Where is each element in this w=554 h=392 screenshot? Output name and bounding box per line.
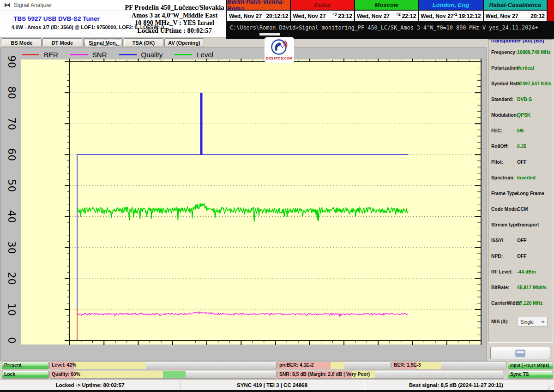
field-npd: NPD:OFF: [491, 254, 551, 260]
terminal-cursor: [259, 33, 280, 36]
clock-utc-offset: -1: [454, 12, 458, 17]
header-panel: Signal Analyzer TBS 5927 USB DVB-S2 Tune…: [0, 0, 226, 38]
mis-dropdown[interactable]: Single: [517, 317, 548, 327]
level-bar: Level: 42%: [49, 362, 277, 369]
save-log-button[interactable]: [490, 347, 550, 359]
chevron-down-icon: [541, 321, 545, 323]
clock-rabat-casablanca: Rabat-CasablancaWed, Nov 2720:12: [484, 0, 548, 21]
terminal-command: C:\Users\Roman Dávid>Signal monitoring_P…: [230, 24, 538, 31]
field-standard: Standard:DVB-S: [491, 97, 551, 103]
dish-header-line: Amos 3 at 4,0°W_Middle East: [121, 12, 228, 19]
clock-time-row: Wed, Nov 27-119:12:12: [419, 11, 482, 21]
window-bottom-edge: [0, 390, 554, 392]
tab-av-opening[interactable]: AV (Opening): [164, 38, 204, 47]
clock-utc-offset: +3: [332, 12, 337, 17]
field-label: Stream type:: [491, 222, 520, 227]
signal-analyzer-window: Signal Analyzer TBS 5927 USB DVB-S2 Tune…: [0, 0, 554, 392]
status-bar: Locked -> Uptime: 80:02:57SYNC 419 | TEI…: [0, 380, 554, 390]
clock-date-label: Wed, Nov 27: [293, 13, 331, 19]
field-issyi: ISSYIOFF: [491, 238, 551, 244]
field-label: Frame Type:: [491, 191, 519, 196]
y-axis-label-50: 50: [6, 179, 18, 192]
field-frequency: Frequency:10889,749 MHz: [491, 50, 551, 56]
field-value: Vertical: [517, 65, 534, 71]
clock-city-label: Dubai: [291, 0, 354, 11]
tuner-name: TBS 5927 USB DVB-S2 Tuner: [0, 15, 113, 22]
syncts-bar: Sync TS: [508, 371, 553, 379]
clock-time-row: Wed, Nov 27+222:12: [355, 11, 418, 21]
y-axis-label-60: 60: [6, 148, 18, 161]
quality-bar: Quality: 60%: [49, 371, 277, 379]
field-label: Spectrum:: [491, 175, 515, 180]
satellite-dish-icon: [4, 2, 11, 8]
bar-label: preBER: 4,1E-2: [279, 362, 313, 368]
field-value: -44 dBm: [517, 269, 536, 274]
clock-date-label: Wed, Nov 27: [229, 13, 265, 19]
transponder-box: Transponder (A0) [BS] Frequency:10889,74…: [488, 39, 553, 343]
field-label: NPD:: [491, 254, 503, 259]
plot-canvas: [21, 59, 481, 344]
clock-time-row: Wed, Nov 2720:12:12: [227, 11, 290, 21]
y-axis-label-0: 0: [6, 337, 18, 344]
bar-segment-green_seg: [163, 371, 186, 378]
clock-time-label: 22:12: [402, 13, 416, 19]
tab-bs-mode[interactable]: BS Mode: [2, 38, 42, 47]
present-indicator: Present: [2, 362, 49, 369]
tab-tsa-ok[interactable]: TSA (OK): [124, 38, 163, 47]
clock-edge-stripe: [548, 0, 554, 21]
clock-utc-offset: +2: [396, 12, 400, 17]
input-bar: Input (~40,34 Mbps): [508, 362, 553, 369]
bar-label: Sync TS: [510, 372, 529, 377]
bar-label: Quality: 60%: [52, 372, 80, 377]
y-axis-label-90: 90: [6, 55, 18, 68]
y-axis-label-70: 70: [6, 117, 18, 130]
chart-region: BERSNRQualityLevel 0102030405060708090: [0, 48, 487, 361]
field-frame-type: Frame Type:Long Frame: [491, 191, 551, 197]
clock-time-label: 23:12: [338, 13, 352, 19]
y-axis-label-20: 20: [6, 272, 18, 285]
bar-label: SNR: 8,5 dB (Margin: 2,0 dB | Very Poor): [279, 372, 370, 377]
field-spectrum: Spectrum:Inverted: [491, 175, 551, 182]
dxsatcs-logo-text: DXSATCS.COM: [266, 56, 292, 60]
field-value: OFF: [517, 160, 527, 165]
clock-date-label: Wed, Nov 27: [421, 13, 453, 19]
transponder-title: Transponder (A0) [BS]: [490, 40, 553, 43]
dish-header-line: PF Prodelin 450_Lučenec/Slovakia: [121, 4, 228, 12]
field-label: Standard:: [491, 97, 513, 102]
clock-city-label: Moscow: [355, 0, 418, 11]
mis-value: Single: [520, 319, 534, 325]
field-stream-type: Stream type:Transport: [491, 222, 551, 229]
field-label: RF Level:: [491, 269, 512, 274]
clock-city-label: Berlin-Paris-Vienna-Roma: [227, 0, 290, 11]
save-icon: [515, 350, 525, 357]
clock-berlin-paris-vienna-roma: Berlin-Paris-Vienna-RomaWed, Nov 2720:12…: [227, 0, 291, 21]
y-axis-label-40: 40: [6, 210, 18, 223]
status-best-signal: Best signal: 8,5 dB (2024-11-27 20:11): [364, 380, 548, 390]
field-label: FEC:: [491, 128, 502, 133]
field-label: Frequency:: [491, 50, 517, 55]
mis-row: MIS (0): Single: [491, 319, 551, 324]
status-uptime: Locked -> Uptime: 80:02:57: [0, 380, 181, 390]
dxsatcs-dish-icon: [270, 38, 289, 56]
field-fec: FEC:5/6: [491, 128, 551, 135]
signal-plot: 0102030405060708090: [0, 48, 487, 361]
field-label: Code Mode:: [491, 207, 518, 212]
field-value: Transport: [517, 222, 539, 227]
field-pilot: Pilot:OFF: [491, 160, 551, 166]
tab-signal-mon[interactable]: Signal Mon.: [83, 38, 123, 47]
clock-city-label: Rabat-Casablanca: [484, 0, 547, 11]
field-value: Long Frame: [517, 191, 544, 196]
field-value: 10889,749 MHz: [517, 50, 551, 55]
status-sync-counters: SYNC 419 | TEI 3 | CC 24868: [181, 380, 364, 390]
resize-grip-icon[interactable]: ⋰: [548, 384, 553, 389]
mode-tabbar: BS ModeDT ModeSignal Mon.TSA (OK)AV (Ope…: [0, 38, 489, 48]
clock-dubai: DubaiWed, Nov 27+323:12: [291, 0, 355, 21]
field-value: DVB-S: [517, 97, 532, 102]
lock-indicator: Lock: [2, 371, 49, 379]
preber-bar: preBER: 4,1E-2: [277, 362, 391, 369]
tab-dt-mode[interactable]: DT Mode: [42, 38, 82, 47]
transponder-panel: Transponder (A0) [BS] Frequency:10889,74…: [487, 39, 554, 361]
field-value: CCM: [517, 207, 528, 212]
dish-header: PF Prodelin 450_Lučenec/Slovakia Amos 3 …: [121, 4, 228, 34]
field-value: 37,120 MHz: [517, 301, 543, 306]
